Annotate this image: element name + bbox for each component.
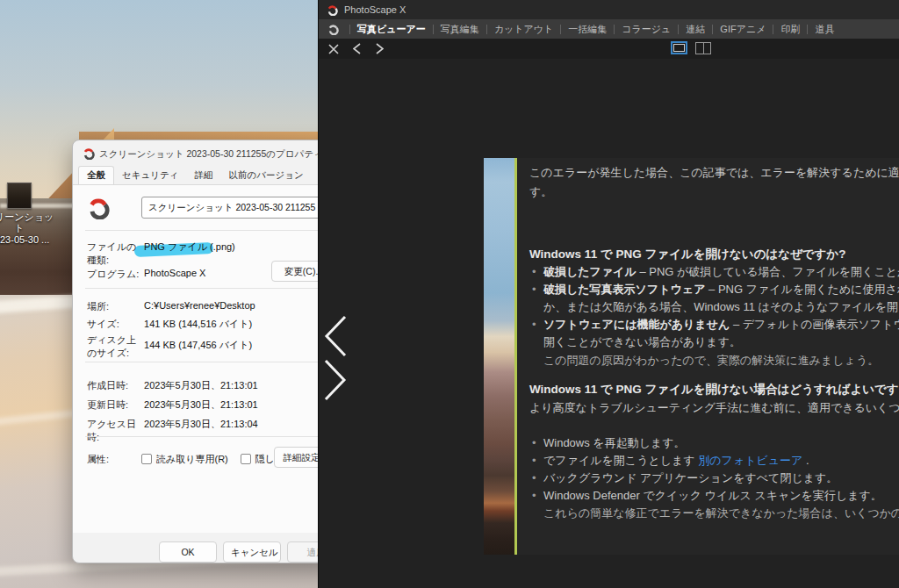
next-image-button[interactable]	[370, 40, 389, 58]
separator	[85, 362, 324, 362]
article-heading: Windows 11 で PNG ファイルを開けない場合はどうすればよいです	[529, 382, 899, 397]
article-bullet: Windows を再起動します。	[543, 435, 686, 450]
separator	[85, 230, 324, 231]
properties-dialog: スクリーンショット 2023-05-30 211255のプロパティ 全般 セキュ…	[72, 140, 335, 563]
readonly-checkbox[interactable]	[141, 454, 152, 464]
desktop-icon-thumbnail	[7, 183, 32, 209]
article-paragraph: この問題の原因がわかったので、実際の解決策に進みましょう。	[543, 353, 879, 368]
close-icon	[328, 44, 339, 54]
created-value: 2023年5月30日、21:13:01	[144, 380, 258, 391]
dialog-titlebar[interactable]: スクリーンショット 2023-05-30 211255のプロパティ	[73, 140, 334, 167]
photo-viewer-link[interactable]: 別のフォトビューア	[698, 454, 802, 467]
article-bullet: ソフトウェアには機能がありません – デフォルトの画像表示ソフトウェアで	[543, 317, 899, 332]
modified-value: 2023年5月30日、21:13:01	[144, 399, 258, 410]
previous-image-button[interactable]	[347, 40, 366, 58]
nav-next-button[interactable]	[320, 357, 350, 403]
created-label: 作成日時:	[87, 379, 141, 392]
single-view-icon[interactable]	[671, 41, 687, 54]
menu-tab-combine[interactable]: 連結	[686, 23, 705, 36]
separator	[85, 436, 324, 437]
readonly-label: 読み取り専用(R)	[156, 454, 228, 464]
article-paragraph: より高度なトラブルシューティング手法に進む前に、適用できるいくつかの	[529, 400, 899, 415]
hidden-file-checkbox[interactable]	[241, 454, 251, 464]
photoscape-titlebar[interactable]: PhotoScape X	[319, 0, 899, 19]
nav-chevron-right-icon	[322, 358, 349, 402]
chevron-right-icon	[376, 43, 384, 54]
nav-chevron-left-icon	[322, 314, 349, 358]
menu-tab-batch-edit[interactable]: 一括編集	[568, 23, 607, 36]
size-on-disk-value: 144 KB (147,456 バイト)	[144, 340, 252, 350]
photoscape-logo-icon	[327, 4, 338, 16]
photoscape-toolbar	[319, 39, 899, 59]
location-value: C:¥Users¥renee¥Desktop	[144, 300, 255, 311]
article-bullet-continuation: か、または欠陥がある場合、Windows 11 はそのようなファイルを開くのが	[543, 299, 899, 314]
article-bullet: でファイルを開こうとします 別のフォトビューア .	[543, 453, 809, 468]
menu-tab-tools[interactable]: 道具	[815, 23, 834, 36]
article-paragraph: このエラーが発生した場合、この記事では、エラーを解決するために適用で	[529, 165, 899, 180]
chevron-left-icon	[353, 43, 361, 54]
article-paragraph: す。	[529, 184, 552, 199]
file-type-label: ファイルの種類:	[87, 240, 141, 267]
size-on-disk-label: ディスク上 のサイズ:	[87, 333, 141, 360]
article-content: このエラーが発生した場合、この記事では、エラーを解決するために適用で す。 Wi…	[517, 158, 899, 555]
article-heading: Windows 11 で PNG ファイルを開けないのはなぜですか?	[529, 247, 845, 262]
tab-details[interactable]: 詳細	[186, 167, 220, 185]
dialog-tab-bar: 全般 セキュリティ 詳細 以前のバージョン	[78, 168, 312, 185]
cancel-button[interactable]: キャンセル	[223, 541, 281, 563]
photoscape-logo-icon	[83, 147, 95, 160]
close-image-button[interactable]	[324, 40, 343, 58]
program-label: プログラム:	[87, 268, 141, 281]
filename-input[interactable]: スクリーンショット 2023-05-30 211255	[141, 197, 333, 219]
article-bullet: バックグラウンド アプリケーションをすべて閉じます。	[543, 470, 838, 485]
desktop-icon-screenshot[interactable]: クリーンショット 2023-05-30 ...	[0, 183, 54, 246]
article-bullet: 破損したファイル – PNG が破損している場合、ファイルを開くことができま	[543, 264, 899, 279]
size-label: サイズ:	[87, 318, 141, 331]
location-label: 場所:	[87, 300, 141, 313]
photoscape-window: PhotoScape X 写真ビューアー 写真編集 カットアウト 一括編集 コラ…	[318, 0, 899, 588]
ok-button[interactable]: OK	[159, 541, 217, 563]
article-bullet: 破損した写真表示ソフトウェア – PNG ファイルを開くために使用されるソフ	[543, 282, 899, 297]
window-title: PhotoScape X	[344, 4, 406, 15]
size-value: 141 KB (144,516 バイト)	[144, 319, 252, 329]
menu-tab-cut-out[interactable]: カットアウト	[494, 23, 554, 36]
article-paragraph: これらの簡単な修正でエラーを解決できなかった場合は、いくつかの修正が	[543, 506, 899, 520]
menu-tab-gif-anime[interactable]: GIFアニメ	[720, 23, 766, 36]
file-type-value: PNG ファイル (.png)	[144, 241, 235, 252]
photo-strip	[484, 158, 514, 555]
menu-tab-collage[interactable]: コラージュ	[622, 23, 671, 36]
tab-general[interactable]: 全般	[78, 166, 114, 185]
screen: クリーンショット 2023-05-30 ... スクリーンショット 2023-0…	[0, 0, 899, 588]
tab-previous-versions[interactable]: 以前のバージョン	[220, 167, 311, 185]
menu-tab-print[interactable]: 印刷	[780, 23, 800, 36]
program-value: PhotoScape X	[144, 268, 205, 278]
menu-tab-photo-editor[interactable]: 写真編集	[441, 23, 479, 36]
viewed-screenshot-image: このエラーが発生した場合、この記事では、エラーを解決するために適用で す。 Wi…	[484, 158, 899, 555]
article-bullet-continuation: 開くことができない場合があります。	[543, 334, 741, 349]
nav-previous-button[interactable]	[320, 313, 350, 359]
accessed-label: アクセス日時:	[87, 418, 141, 444]
photo-viewer-canvas: このエラーが発生した場合、この記事では、エラーを解決するために適用で す。 Wi…	[319, 59, 899, 588]
accessed-value: 2023年5月30日、21:13:04	[144, 419, 258, 429]
dual-view-icon[interactable]	[695, 42, 711, 54]
separator	[85, 288, 324, 289]
photoscape-menubar: 写真ビューアー 写真編集 カットアウト 一括編集 コラージュ 連結 GIFアニメ…	[319, 19, 899, 39]
dialog-title: スクリーンショット 2023-05-30 211255のプロパティ	[99, 148, 323, 161]
modified-label: 更新日時:	[87, 398, 141, 412]
menu-tab-photo-viewer[interactable]: 写真ビューアー	[357, 23, 426, 36]
desktop-icon-label: クリーンショット 2023-05-30 ...	[0, 212, 54, 246]
tab-security[interactable]: セキュリティ	[114, 167, 186, 185]
photoscape-menu-logo-icon	[327, 24, 339, 35]
file-type-photoscape-icon	[87, 197, 110, 219]
article-bullet: Windows Defender でクイック ウイルス スキャンを実行します。	[543, 488, 882, 503]
attributes-label: 属性:	[87, 453, 141, 466]
